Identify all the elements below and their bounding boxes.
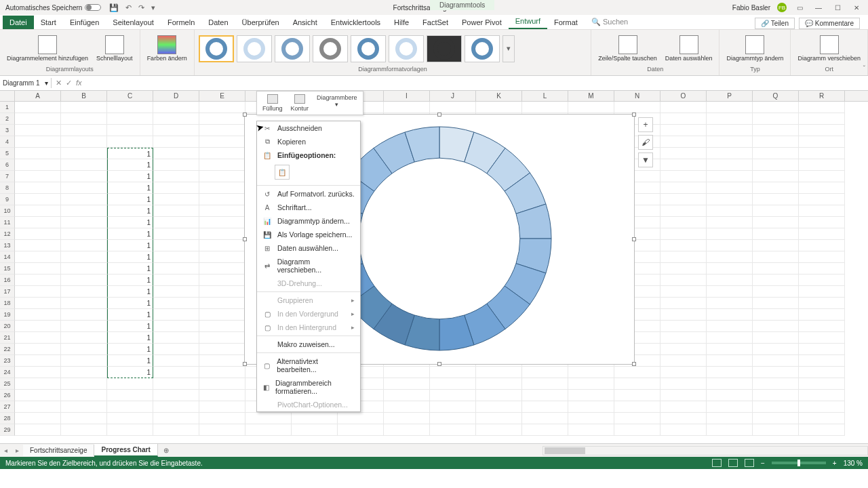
- cell[interactable]: [199, 171, 245, 182]
- col-header[interactable]: K: [476, 91, 522, 101]
- cell[interactable]: [799, 390, 845, 401]
- cell[interactable]: [707, 309, 753, 321]
- cell[interactable]: [15, 344, 61, 355]
- ctx-copy[interactable]: ⧉Kopieren: [257, 135, 360, 148]
- comments-button[interactable]: 💬 Kommentare: [799, 18, 860, 29]
- cell[interactable]: [799, 102, 845, 113]
- cell[interactable]: [61, 286, 107, 298]
- ctx-font[interactable]: ASchriftart...: [257, 201, 360, 214]
- tab-view[interactable]: Ansicht: [286, 16, 324, 29]
- cell[interactable]: [660, 194, 707, 205]
- minimize-icon[interactable]: —: [812, 3, 825, 12]
- resize-handle[interactable]: [243, 113, 247, 117]
- cell[interactable]: [245, 424, 292, 436]
- cell[interactable]: [707, 205, 753, 217]
- collapse-ribbon-icon[interactable]: ˇ: [863, 65, 865, 73]
- paste-option-button[interactable]: 📋: [275, 165, 290, 180]
- row-header[interactable]: 23: [0, 355, 15, 367]
- cell[interactable]: [153, 148, 199, 159]
- cell[interactable]: [153, 413, 199, 424]
- ctx-alt-text[interactable]: ▢Alternativtext bearbeiten...: [257, 354, 360, 376]
- cell[interactable]: [522, 367, 568, 378]
- cell[interactable]: [15, 298, 61, 309]
- cell[interactable]: [660, 240, 707, 251]
- row-header[interactable]: 10: [0, 205, 15, 217]
- cell[interactable]: [199, 148, 245, 159]
- cell[interactable]: [15, 171, 61, 182]
- cell[interactable]: [660, 113, 707, 125]
- cell[interactable]: [61, 136, 107, 148]
- cell[interactable]: [660, 136, 707, 148]
- col-header[interactable]: C: [107, 91, 153, 101]
- col-header[interactable]: J: [430, 91, 476, 101]
- cell[interactable]: [15, 113, 61, 125]
- cell[interactable]: [660, 217, 707, 228]
- cell[interactable]: [430, 424, 476, 436]
- search-box[interactable]: 🔍 Suchen: [585, 15, 635, 29]
- cell[interactable]: [15, 194, 61, 205]
- cell[interactable]: [799, 240, 845, 251]
- autosave-toggle[interactable]: Automatisches Speichern: [5, 4, 101, 12]
- cell[interactable]: [61, 401, 107, 413]
- cell[interactable]: [753, 182, 799, 194]
- cell[interactable]: [15, 321, 61, 332]
- cell[interactable]: [753, 148, 799, 159]
- cell[interactable]: [707, 217, 753, 228]
- outline-button[interactable]: Kontur: [287, 93, 313, 113]
- cell[interactable]: [522, 102, 568, 113]
- cell[interactable]: [660, 413, 707, 424]
- cell[interactable]: [15, 251, 61, 263]
- cell[interactable]: [61, 367, 107, 378]
- cell[interactable]: [15, 240, 61, 251]
- cell[interactable]: 1: [107, 274, 153, 286]
- cell[interactable]: 1: [107, 332, 153, 344]
- cell[interactable]: [153, 401, 199, 413]
- cell[interactable]: [614, 378, 660, 390]
- cell[interactable]: [61, 102, 107, 113]
- col-header[interactable]: D: [153, 91, 199, 101]
- tab-data[interactable]: Daten: [201, 16, 235, 29]
- cell[interactable]: [153, 344, 199, 355]
- cell[interactable]: [799, 125, 845, 136]
- cell[interactable]: 1: [107, 344, 153, 355]
- resize-handle[interactable]: [437, 362, 441, 366]
- col-header[interactable]: A: [15, 91, 61, 101]
- row-header[interactable]: 26: [0, 390, 15, 401]
- accept-formula-icon[interactable]: ✓: [66, 79, 72, 87]
- resize-handle[interactable]: [632, 237, 636, 241]
- cell[interactable]: [15, 286, 61, 298]
- cell[interactable]: [614, 413, 660, 424]
- resize-handle[interactable]: [437, 113, 441, 117]
- cell[interactable]: [153, 251, 199, 263]
- cell[interactable]: [199, 286, 245, 298]
- cell[interactable]: [384, 102, 430, 113]
- zoom-out-button[interactable]: −: [761, 460, 765, 467]
- cell[interactable]: [753, 136, 799, 148]
- cell[interactable]: [476, 102, 522, 113]
- cell[interactable]: [614, 390, 660, 401]
- tab-factset[interactable]: FactSet: [416, 16, 455, 29]
- cell[interactable]: [153, 367, 199, 378]
- cell[interactable]: [660, 159, 707, 171]
- qat-dropdown-icon[interactable]: ▾: [151, 3, 155, 12]
- col-header[interactable]: B: [61, 91, 107, 101]
- cell[interactable]: [476, 413, 522, 424]
- scrollbar-thumb[interactable]: [545, 447, 585, 454]
- cell[interactable]: [753, 332, 799, 344]
- cell[interactable]: [707, 113, 753, 125]
- cell[interactable]: [707, 274, 753, 286]
- cell[interactable]: [15, 217, 61, 228]
- cell[interactable]: [753, 194, 799, 205]
- cell[interactable]: [753, 367, 799, 378]
- row-header[interactable]: 16: [0, 274, 15, 286]
- cell[interactable]: [292, 413, 338, 424]
- tab-start[interactable]: Start: [34, 16, 63, 29]
- cell[interactable]: [753, 113, 799, 125]
- tab-pagelayout[interactable]: Seitenlayout: [106, 16, 161, 29]
- cell[interactable]: [15, 424, 61, 436]
- zoom-in-button[interactable]: +: [833, 460, 837, 467]
- cell[interactable]: [799, 136, 845, 148]
- cell[interactable]: [707, 413, 753, 424]
- cell[interactable]: [660, 286, 707, 298]
- cell[interactable]: 1: [107, 148, 153, 159]
